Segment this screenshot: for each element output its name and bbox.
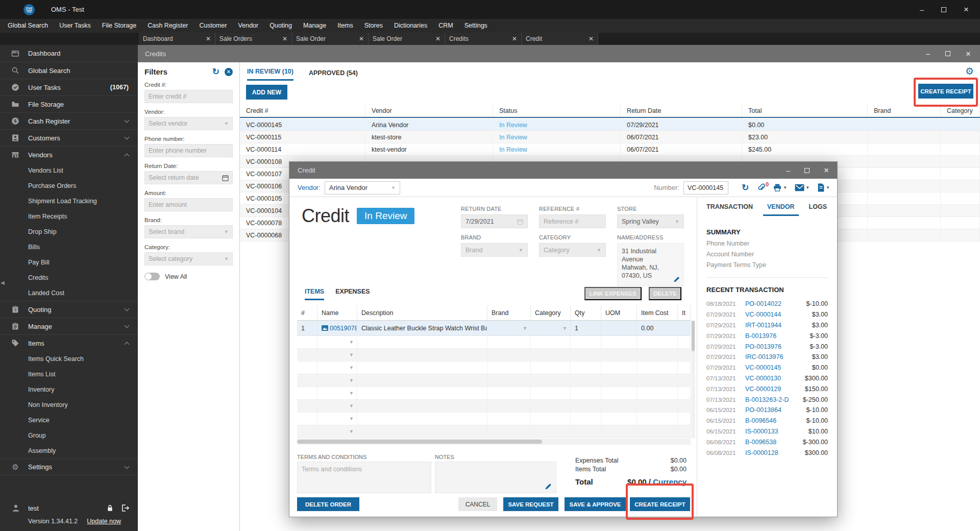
- transaction-id-link[interactable]: VC-0000129: [745, 385, 805, 393]
- tab-vendor[interactable]: VENDOR: [763, 203, 798, 216]
- tab-expenses[interactable]: EXPENSES: [335, 288, 370, 300]
- empty-item-row[interactable]: ▼: [297, 387, 691, 400]
- empty-item-row[interactable]: ▼: [297, 400, 691, 413]
- tab-transaction[interactable]: TRANSACTION: [706, 203, 753, 216]
- sidebar-item-bills[interactable]: Bills: [0, 239, 138, 255]
- transaction-id-link[interactable]: PO-0013976: [745, 343, 810, 350]
- currency-link[interactable]: Currency: [653, 477, 687, 486]
- empty-item-row[interactable]: ▼: [297, 425, 691, 438]
- clear-filters-icon[interactable]: ✕: [225, 68, 233, 76]
- sidebar-item-shipment-load-tracking[interactable]: Shipment Load Tracking: [0, 194, 138, 209]
- tab-approved[interactable]: APPROVED (54): [309, 69, 358, 81]
- update-now-link[interactable]: Update now: [87, 518, 121, 525]
- sidebar-item-non-inventory[interactable]: Non Inventory: [0, 397, 138, 413]
- item-select-cell[interactable]: ▼: [317, 361, 357, 374]
- column-header[interactable]: Status: [493, 104, 621, 117]
- sidebar-item-credits[interactable]: Credits: [0, 270, 138, 285]
- tab-close-icon[interactable]: ✕: [435, 35, 440, 42]
- item-row[interactable]: 1 00519078 Classic Leather Buckle Strap …: [297, 321, 691, 336]
- reference-input[interactable]: Reference #: [539, 214, 606, 228]
- terms-textarea[interactable]: Terms and conditions: [297, 462, 431, 493]
- edit-address-icon[interactable]: [673, 276, 680, 283]
- notes-textarea[interactable]: [435, 462, 556, 493]
- delete-button[interactable]: DELETE: [649, 287, 681, 300]
- gear-icon[interactable]: ⚙: [965, 65, 974, 77]
- column-header[interactable]: Vendor: [365, 104, 493, 117]
- number-input[interactable]: VC-0000145: [683, 181, 728, 195]
- item-select-cell[interactable]: ▼: [317, 387, 357, 399]
- close-icon[interactable]: ×: [966, 50, 971, 58]
- sidebar-item-vendors-list[interactable]: Vendors List: [0, 163, 138, 178]
- restore-icon[interactable]: [945, 51, 950, 56]
- sidebar-item-purchase-orders[interactable]: Purchase Orders: [0, 178, 138, 194]
- document-export-button[interactable]: ▼: [817, 183, 830, 192]
- sidebar-item-manage[interactable]: Manage: [0, 318, 138, 334]
- menu-item[interactable]: Cash Register: [142, 19, 193, 33]
- tab-in-review[interactable]: IN REVIEW (10): [247, 68, 293, 81]
- return-date-filter-input[interactable]: Select return date: [144, 171, 233, 184]
- return-date-input[interactable]: 7/29/2021: [461, 214, 528, 228]
- menu-item[interactable]: Customer: [193, 19, 232, 33]
- attachment-icon[interactable]: 0: [756, 183, 765, 192]
- transaction-id-link[interactable]: IS-0000128: [745, 449, 805, 456]
- transaction-id-link[interactable]: B-0013263-2-D: [745, 396, 803, 403]
- brand-select[interactable]: Brand ▼: [461, 243, 528, 257]
- menu-item[interactable]: Manage: [298, 19, 332, 33]
- menu-item[interactable]: Items: [332, 19, 359, 33]
- table-row[interactable]: VC-0000115 ktest-store In Review 06/07/2…: [240, 131, 980, 143]
- item-select-cell[interactable]: ▼: [317, 400, 357, 412]
- horizontal-scrollbar[interactable]: [297, 439, 691, 445]
- sidebar-item-assembly[interactable]: Assembly: [0, 443, 138, 458]
- email-button[interactable]: ▼: [795, 184, 810, 191]
- vertical-scrollbar[interactable]: [691, 321, 695, 438]
- cell-uom[interactable]: [601, 321, 637, 335]
- document-tab[interactable]: Credit ✕: [522, 33, 598, 45]
- create-receipt-button-modal[interactable]: CREATE RECEIPT: [630, 497, 690, 511]
- table-row[interactable]: VC-0000145 Arina Vendor In Review 07/29/…: [240, 119, 980, 131]
- cell-brand[interactable]: ▼: [487, 321, 531, 335]
- sidebar-item-global-search[interactable]: Global Search: [0, 62, 138, 79]
- cell-category[interactable]: ▼: [531, 321, 571, 335]
- document-tab[interactable]: Sale Orders ✕: [215, 33, 292, 45]
- menu-item[interactable]: File Storage: [96, 19, 142, 33]
- logout-icon[interactable]: [121, 504, 130, 512]
- tab-items[interactable]: ITEMS: [305, 288, 324, 300]
- minimize-icon[interactable]: –: [920, 6, 924, 13]
- transaction-id-link[interactable]: VC-0000130: [745, 375, 805, 382]
- sidebar-item-settings[interactable]: ⚙ Settings: [0, 458, 138, 475]
- add-new-button[interactable]: ADD NEW: [246, 85, 287, 100]
- empty-item-row[interactable]: ▼: [297, 336, 691, 349]
- column-header[interactable]: Credit #: [240, 104, 365, 117]
- sidebar-item-item-receipts[interactable]: Item Receipts: [0, 209, 138, 224]
- transaction-id-link[interactable]: B-0013976: [745, 332, 810, 340]
- item-select-cell[interactable]: ▼: [317, 413, 357, 425]
- category-filter-select[interactable]: Select category▼: [144, 252, 233, 266]
- phone-number-filter-input[interactable]: Enter phone number: [144, 144, 233, 157]
- sidebar-item-user-tasks[interactable]: User Tasks (1067): [0, 79, 138, 95]
- menu-item[interactable]: Global Search: [2, 19, 54, 33]
- transaction-id-link[interactable]: B-0096538: [745, 439, 803, 446]
- column-header[interactable]: Category: [941, 104, 980, 117]
- minimize-icon[interactable]: –: [926, 50, 930, 57]
- sidebar-item-vendors[interactable]: Vendors: [0, 146, 138, 163]
- sidebar-item-pay-bill[interactable]: Pay Bill: [0, 255, 138, 270]
- menu-item[interactable]: Dictionaries: [388, 19, 433, 33]
- store-select[interactable]: Spring Valley ▼: [617, 214, 684, 228]
- lock-icon[interactable]: [106, 504, 114, 512]
- tab-close-icon[interactable]: ✕: [282, 35, 287, 42]
- item-select-cell[interactable]: ▼: [317, 425, 357, 438]
- save-request-button[interactable]: SAVE REQUEST: [503, 497, 558, 511]
- transaction-id-link[interactable]: VC-0000144: [745, 311, 812, 318]
- empty-item-row[interactable]: ▼: [297, 374, 691, 387]
- refresh-icon[interactable]: ↻: [212, 67, 219, 76]
- empty-item-row[interactable]: ▼: [297, 349, 691, 361]
- calendar-icon[interactable]: [222, 175, 229, 181]
- brand-filter-select[interactable]: Select brand▼: [144, 225, 233, 238]
- amount-filter-input[interactable]: Enter amount: [144, 198, 233, 211]
- menu-item[interactable]: User Tasks: [54, 19, 96, 33]
- sidebar-item-items-list[interactable]: Items List: [0, 367, 138, 382]
- restore-icon[interactable]: [941, 7, 946, 12]
- minimize-icon[interactable]: –: [786, 167, 790, 174]
- transaction-id-link[interactable]: VC-0000145: [745, 364, 812, 371]
- item-select-cell[interactable]: ▼: [317, 374, 357, 387]
